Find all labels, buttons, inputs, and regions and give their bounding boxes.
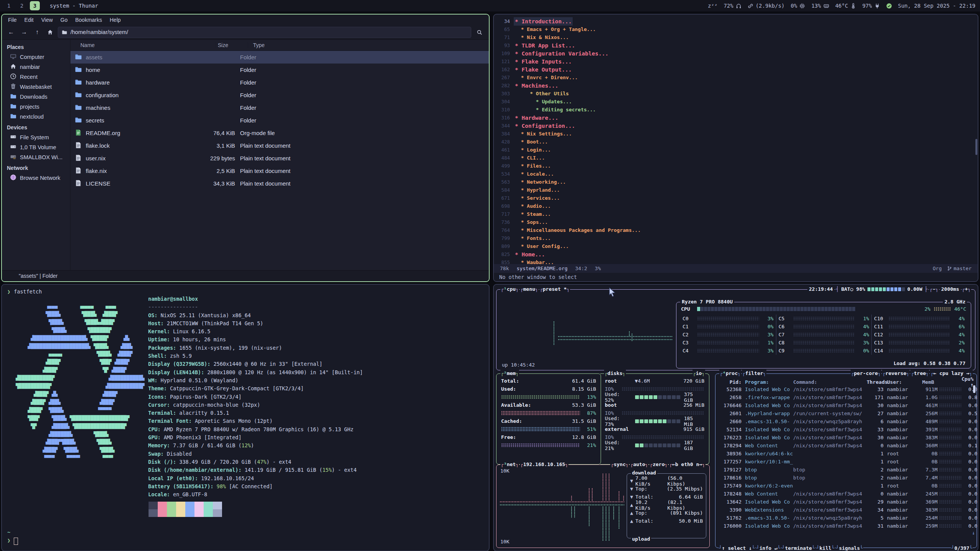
module-volume[interactable]: 72%	[724, 3, 741, 9]
org-heading-line[interactable]: 303 * Other Utils	[494, 90, 978, 98]
scrollbar-thumb[interactable]	[975, 139, 977, 155]
btop-preset-button[interactable]: preset *	[539, 286, 570, 292]
proc-header-program[interactable]: Program:	[745, 379, 793, 385]
proc-signals-button[interactable]: signals	[836, 545, 863, 551]
org-heading-line[interactable]: 34* Introduction...	[494, 17, 978, 25]
proc-row-pid-2658[interactable]: 2658.firefox-wrappe/nix/store/sm8fmrf3wp…	[719, 393, 971, 401]
file-row-user.nix[interactable]: user.nix229 bytesPlain text document	[70, 152, 489, 165]
org-heading-line[interactable]: 671 * Services...	[494, 194, 978, 202]
proc-header-user[interactable]: User:	[887, 379, 918, 385]
proc-header-memb[interactable]: MemB	[918, 379, 959, 385]
menu-view[interactable]: View	[38, 17, 57, 23]
sidebar-item-file-system[interactable]: File System	[2, 132, 70, 142]
proc-row-pid-52368[interactable]: 52368Isolated Web Co/nix/store/sm8fmrf3w…	[719, 385, 971, 393]
proc-per-core-button[interactable]: per-core	[851, 370, 881, 377]
menu-bookmarks[interactable]: Bookmarks	[71, 17, 106, 23]
proc-row-pid-179127[interactable]: 179127btopbtop2nambiar7.3M0.0	[719, 466, 971, 474]
proc-row-pid-178616[interactable]: 178616btopbtop2nambiar7.4M0.0	[719, 474, 971, 482]
home-button[interactable]	[45, 27, 56, 37]
column-size[interactable]: Size	[216, 42, 248, 48]
interval-decrease-button[interactable]: -	[929, 286, 939, 292]
net-zero-button[interactable]: zero	[649, 461, 668, 468]
proc-row-pid-52134[interactable]: 52134Isolated Web Co/nix/store/sm8fmrf3w…	[719, 425, 971, 434]
org-heading-line[interactable]: 584 * Hyprland...	[494, 186, 978, 194]
column-type[interactable]: Type	[248, 42, 489, 48]
btop-proc-tab[interactable]: ⁴proc	[719, 370, 741, 377]
prompt-line-2[interactable]: ❯	[7, 537, 18, 545]
proc-row-pid-13642[interactable]: 13642Isolated Web Co/nix/store/sm8fmrf3w…	[719, 498, 971, 506]
org-heading-line[interactable]: 65 * Emacs + Org + Tangle...	[494, 25, 978, 33]
org-heading-line[interactable]: 534 * Locale...	[494, 170, 978, 178]
org-heading-line[interactable]: 310 * Editing secrets...	[494, 106, 978, 114]
proc-scrollbar-thumb[interactable]	[973, 385, 975, 393]
btop-disks-tab[interactable]: disks	[604, 370, 626, 377]
btop-cpu-tab[interactable]: ¹cpu	[500, 286, 519, 292]
proc-select-button[interactable]: ↑ select ↓	[719, 545, 755, 551]
org-heading-line[interactable]: 563 * Networking...	[494, 178, 978, 186]
sidebar-item-wastebasket[interactable]: Wastebasket	[2, 82, 70, 92]
proc-row-pid-176000[interactable]: 176000Isolated Web Co/nix/store/sm8fmrf3…	[719, 522, 971, 530]
btop-io-toggle[interactable]: io	[693, 370, 705, 377]
org-heading-line[interactable]: 93* TLDR App List...	[494, 41, 978, 49]
menu-go[interactable]: Go	[57, 17, 72, 23]
back-button[interactable]: ←	[6, 27, 16, 37]
menu-help[interactable]: Help	[106, 17, 125, 23]
org-heading-line[interactable]: 736 * Sops...	[494, 218, 978, 226]
interval-increase-button[interactable]: +	[962, 286, 971, 292]
proc-row-pid-2660[interactable]: 2660.emacs-31.0.50-/nix/store/wnqz5pa8ra…	[719, 417, 971, 425]
proc-row-pid-177257[interactable]: 177257kworker/10:1-mm_1root0B0.0	[719, 458, 971, 466]
proc-row-pid-178248[interactable]: 178248Web Content/nix/store/sm8fmrf3wps4…	[719, 490, 971, 498]
proc-row-pid-3390[interactable]: 3390WebExtensions/nix/store/sm8fmrf3wps4…	[719, 506, 971, 514]
sidebar-item-nambiar[interactable]: nambiar	[2, 62, 70, 72]
proc-row-pid-38936[interactable]: 38936kworker/u64:6-kc1root0B0.0	[719, 450, 971, 458]
proc-row-pid-51762[interactable]: 51762.emacs-31.0.50-/nix/store/wnqz5pa8r…	[719, 514, 971, 522]
org-heading-line[interactable]: 162* Flake Output...	[494, 65, 978, 73]
menu-edit[interactable]: Edit	[21, 17, 38, 23]
workspace-3[interactable]: 3	[30, 1, 40, 10]
proc-row-pid-175749[interactable]: 175749kworker/6:2-even1root0B0.0	[719, 482, 971, 490]
menu-file[interactable]: File	[4, 17, 21, 23]
proc-row-pid-178294[interactable]: 178294Web Content/nix/store/sm8fmrf3wps4…	[719, 442, 971, 450]
module-idle-inhibitor[interactable]: zᶻᶻ	[708, 3, 717, 9]
module-network-speed[interactable]: (2.9kb/s)	[748, 3, 785, 9]
net-sync-button[interactable]: sync	[610, 461, 629, 468]
file-row-readme.org[interactable]: README.org76,4 KiBOrg-mode file	[70, 127, 489, 139]
sidebar-item-projects[interactable]: projects	[2, 102, 70, 112]
org-heading-line[interactable]: 304 * Updates...	[494, 98, 978, 106]
proc-tree-button[interactable]: tree	[910, 370, 929, 377]
proc-row-pid-2601[interactable]: 2601.Hyprland-wrapp/run/current-system/s…	[719, 409, 971, 417]
workspace-2[interactable]: 2	[17, 1, 27, 10]
btop-menu-button[interactable]: menu	[520, 286, 539, 292]
proc-selection-count[interactable]: 0/397	[951, 545, 973, 551]
file-row-secrets[interactable]: secretsFolder	[70, 114, 489, 127]
org-heading-line[interactable]: 698 * Audio...	[494, 202, 978, 210]
org-heading-line[interactable]: 71 * Nix & Nixos...	[494, 33, 978, 41]
proc-reverse-button[interactable]: reverse	[882, 370, 910, 377]
org-heading-line[interactable]: 267 * Envrc + Direnv...	[494, 73, 978, 82]
file-row-configuration[interactable]: configurationFolder	[70, 89, 489, 101]
module-clock[interactable]: Sun, 28 Sep 2025 - 22:19	[898, 3, 975, 9]
file-row-home[interactable]: homeFolder	[70, 64, 489, 76]
path-bar[interactable]: /home/nambiar/system/	[58, 27, 471, 38]
proc-terminate-button[interactable]: terminate	[782, 545, 815, 551]
forward-button[interactable]: →	[19, 27, 29, 37]
proc-column-nav[interactable]: ← cpu lazy →	[930, 370, 973, 377]
org-heading-line[interactable]: 764 * Miscellaneous Packages and Program…	[494, 226, 978, 234]
proc-header-command[interactable]: Command:	[793, 379, 867, 385]
org-heading-line[interactable]: 384 * Nix Settings...	[494, 130, 978, 138]
btop-net-tab[interactable]: ³net	[500, 461, 519, 468]
column-name[interactable]: Name	[70, 42, 216, 48]
org-heading-line[interactable]: 121* Flake Inputs...	[494, 57, 978, 65]
sidebar-item-nextcloud[interactable]: nextcloud	[2, 112, 70, 122]
sidebar-item-downloads[interactable]: Downloads	[2, 92, 70, 102]
proc-row-pid-176646[interactable]: 176646Isolated Web Co/nix/store/sm8fmrf3…	[719, 401, 971, 409]
net-auto-button[interactable]: auto	[630, 461, 648, 468]
file-row-license[interactable]: LICENSE34,3 KiBPlain text document	[70, 177, 489, 190]
org-heading-line[interactable]: 499 * Files...	[494, 162, 978, 170]
file-row-assets[interactable]: assetsFolder	[70, 51, 489, 64]
org-heading-line[interactable]: 461 * Login...	[494, 146, 978, 154]
module-status-ok[interactable]	[886, 3, 892, 9]
module-memory[interactable]: 13%	[811, 3, 829, 9]
sidebar-item-browse-network[interactable]: Browse Network	[2, 173, 70, 183]
proc-filter-button[interactable]: filter	[742, 370, 767, 377]
